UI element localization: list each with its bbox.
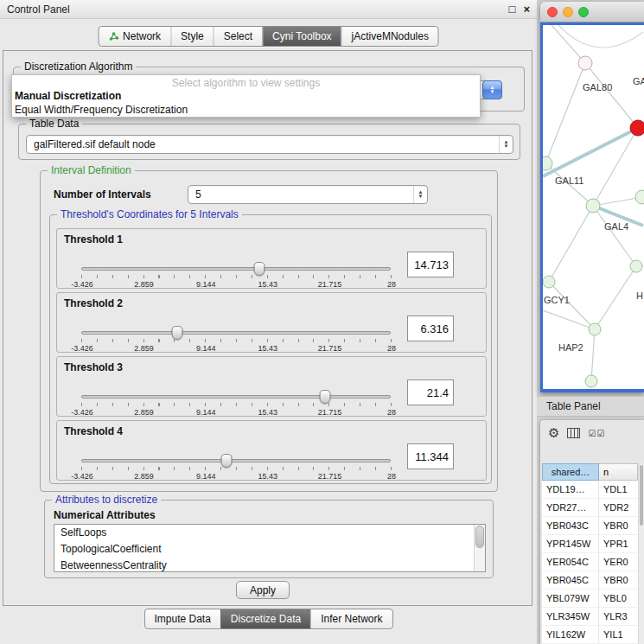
apply-button[interactable]: Apply (236, 581, 290, 599)
table-data-group: Table Data galFiltered.sif default node … (18, 124, 520, 160)
columns-icon[interactable] (567, 428, 580, 438)
node-red (630, 120, 644, 136)
close-traffic-light-icon[interactable] (547, 7, 558, 17)
node-label: GAL11 (555, 175, 583, 186)
column-header-shared-name[interactable]: shared… (542, 463, 599, 481)
table-scrollbar[interactable] (638, 463, 644, 644)
threshold-3-value-field[interactable]: 21.4 (407, 379, 454, 405)
table-row[interactable]: YDL19…YDL1 (542, 481, 638, 499)
list-item[interactable]: SelfLoops (54, 525, 485, 541)
number-of-intervals-value: 5 (195, 188, 201, 201)
tab-jactivemodules[interactable]: jActiveMNodules (341, 27, 438, 46)
table-row[interactable]: YPR145WYPR1 (542, 535, 638, 553)
algorithm-dropdown-popup: Select algorithm to view settings Manual… (11, 74, 481, 118)
zoom-traffic-light-icon[interactable] (578, 7, 589, 17)
table-data-value: galFiltered.sif default node (34, 138, 156, 150)
threshold-1-slider[interactable]: -3.426 2.859 9.144 15.43 21.715 28 (81, 267, 391, 271)
table-row[interactable]: YBL079WYBL0 (542, 590, 638, 608)
table-row[interactable]: YBR045CYBR0 (542, 571, 638, 590)
table-panel-window: ⚙ ☑☑ shared… n YDL19…YDL1 YDR27…YDR2 YBR… (540, 420, 644, 644)
network-icon (108, 31, 118, 41)
table-panel-toolbar: ⚙ ☑☑ (548, 425, 605, 441)
table-data-group-title: Table Data (26, 118, 82, 130)
number-of-intervals-label: Number of Intervals (54, 188, 151, 201)
scrollbar-thumb[interactable] (640, 465, 643, 526)
network-canvas[interactable]: GAL80 GA GAL11 GAL4 GCY1 HAP2 H (543, 25, 644, 389)
node-label: GAL80 (583, 82, 612, 92)
threshold-2-slider-thumb[interactable] (172, 326, 183, 340)
table-panel-bar: Table Panel (537, 396, 644, 417)
table-row[interactable]: YLR345WYLR3 (542, 608, 638, 626)
combo-stepper-icon: ▲▼ (413, 186, 427, 203)
algorithm-option-manual[interactable]: Manual Discretization (12, 89, 480, 103)
table-row[interactable]: YIL162WYIL1 (542, 626, 638, 644)
slider-ticks (81, 403, 392, 406)
tab-cyni-toolbox[interactable]: Cyni Toolbox (262, 27, 341, 46)
threshold-2-slider[interactable]: -3.426 2.859 9.144 15.43 21.715 28 (81, 331, 391, 335)
table-panel-title: Table Panel (546, 400, 601, 412)
minimize-traffic-light-icon[interactable] (563, 7, 573, 17)
network-view-window: GAL80 GA GAL11 GAL4 GCY1 HAP2 H (540, 2, 644, 392)
attributes-list[interactable]: SelfLoops TopologicalCoefficient Between… (54, 524, 486, 572)
tab-style[interactable]: Style (170, 27, 214, 46)
float-window-icon[interactable]: □ (509, 2, 516, 17)
node-table: shared… n YDL19…YDL1 YDR27…YDR2 YBR043CY… (542, 463, 638, 644)
top-tab-strip: Network Style Select Cyni Toolbox jActiv… (98, 26, 439, 47)
node-label: HAP2 (558, 342, 583, 353)
list-item[interactable]: BetweennessCentrality (54, 558, 485, 572)
attributes-scrollbar[interactable] (474, 525, 485, 571)
cyni-toolbox-panel: Discretization Algorithm ▲ ▼ Select algo… (3, 50, 532, 606)
screen: Control Panel □ × (0, 0, 644, 644)
node-label: GCY1 (544, 295, 570, 305)
bottom-tab-strip: Impute Data Discretize Data Infer Networ… (143, 609, 392, 629)
threshold-1-slider-thumb[interactable] (254, 262, 265, 276)
tab-network[interactable]: Network (99, 27, 170, 46)
tab-infer-network[interactable]: Infer Network (310, 609, 392, 628)
algorithm-combobox-button[interactable]: ▲ ▼ (482, 80, 502, 99)
list-item[interactable]: TopologicalCoefficient (54, 541, 485, 558)
threshold-4-label: Threshold 4 (64, 425, 123, 437)
close-icon[interactable]: × (523, 2, 530, 17)
slider-scale-labels: -3.426 2.859 9.144 15.43 21.715 28 (82, 344, 392, 354)
column-header-name[interactable]: n (599, 463, 638, 481)
network-window-titlebar (540, 2, 644, 22)
select-columns-checkboxes-icon[interactable]: ☑☑ (588, 429, 605, 438)
network-view-frame: GAL80 GA GAL11 GAL4 GCY1 HAP2 H (540, 22, 644, 392)
attributes-group-title: Attributes to discretize (52, 494, 161, 506)
table-row[interactable]: YBR043CYBR0 (542, 517, 638, 535)
threshold-3-slider-thumb[interactable] (320, 390, 331, 404)
threshold-2-label: Threshold 2 (64, 297, 123, 309)
threshold-1-value-field[interactable]: 14.713 (407, 252, 454, 277)
scrollbar-thumb[interactable] (475, 526, 484, 548)
numerical-attributes-label: Numerical Attributes (54, 509, 156, 521)
table-data-combobox[interactable]: galFiltered.sif default node ▲▼ (26, 135, 513, 154)
tab-impute-data[interactable]: Impute Data (144, 609, 220, 628)
control-panel-window: Control Panel □ × (0, 0, 537, 644)
threshold-4-slider[interactable]: -3.426 2.859 9.144 15.43 21.715 28 (81, 459, 391, 462)
node (635, 190, 644, 204)
attributes-group: Attributes to discretize Numerical Attri… (44, 500, 494, 578)
number-of-intervals-combobox[interactable]: 5 ▲▼ (188, 185, 428, 204)
algorithm-option-equal-width[interactable]: Equal Width/Frequency Discretization (12, 103, 480, 117)
gear-icon[interactable]: ⚙ (548, 425, 559, 441)
node (578, 56, 592, 70)
table-row[interactable]: YDR27…YDR2 (542, 499, 638, 517)
threshold-2-value-field[interactable]: 6.316 (407, 316, 454, 341)
threshold-2-box: Threshold 2 -3.426 2.859 9.144 15.43 21.… (56, 292, 487, 353)
window-buttons: □ × (509, 2, 530, 17)
threshold-3-slider[interactable]: -3.426 2.859 9.144 15.43 21.715 28 (81, 395, 391, 399)
discretization-algorithm-group-title: Discretization Algorithm (21, 61, 136, 73)
threshold-4-value-field[interactable]: 11.344 (407, 443, 454, 469)
thresholds-group-title: Threshold's Coordinates for 5 Intervals (57, 208, 242, 220)
algorithm-placeholder-option[interactable]: Select algorithm to view settings (12, 75, 480, 89)
interval-definition-group-title: Interval Definition (48, 164, 135, 176)
table-row[interactable]: YER054CYER0 (542, 553, 638, 571)
tab-discretize-data[interactable]: Discretize Data (220, 609, 310, 628)
node (589, 323, 601, 335)
node (543, 276, 555, 288)
threshold-1-label: Threshold 1 (64, 233, 123, 245)
combo-stepper-icon: ▲▼ (499, 136, 513, 153)
slider-scale-labels: -3.426 2.859 9.144 15.43 21.715 28 (82, 408, 392, 418)
threshold-4-slider-thumb[interactable] (221, 454, 233, 468)
tab-select[interactable]: Select (214, 27, 262, 46)
